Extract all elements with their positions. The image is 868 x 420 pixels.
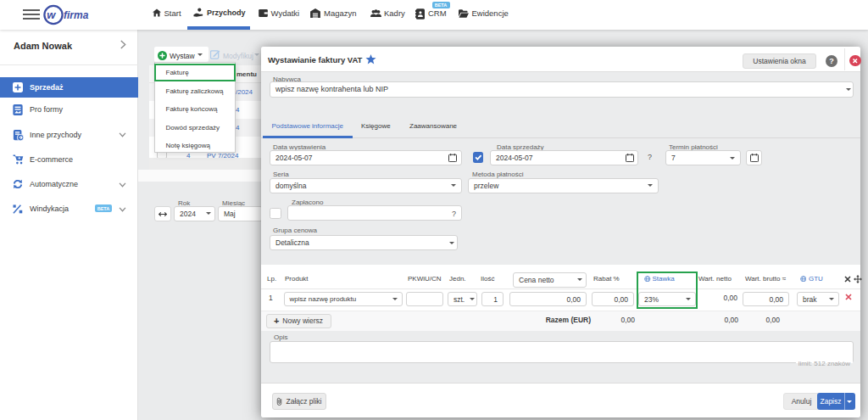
svg-text:firma: firma [64, 9, 89, 21]
svg-text:w: w [47, 8, 56, 21]
